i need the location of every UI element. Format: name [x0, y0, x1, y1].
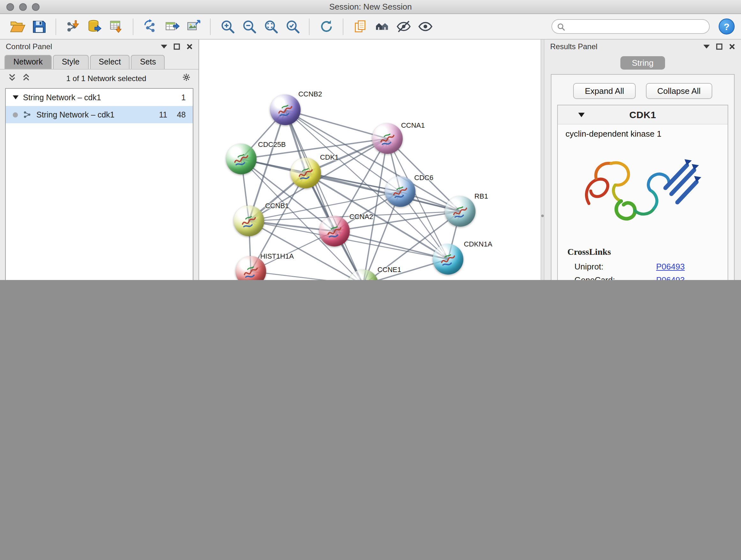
network-node-cdc25b[interactable]	[226, 144, 257, 174]
network-node-label: CDKN1A	[464, 240, 492, 248]
network-node-ccna1[interactable]	[372, 123, 403, 154]
float-panel-button[interactable]	[703, 43, 710, 50]
export-image-button[interactable]	[183, 16, 204, 37]
string-home-button[interactable]	[371, 16, 393, 37]
network-node-ccnb1[interactable]	[233, 206, 264, 236]
hide-glass-effect-button[interactable]	[393, 16, 414, 37]
refresh-icon	[318, 18, 334, 35]
float-panel-button[interactable]	[160, 43, 167, 50]
refresh-view-button[interactable]	[315, 16, 337, 37]
protein-structure-thumbnail	[352, 274, 374, 280]
zoom-selected-icon	[284, 18, 300, 35]
crosslinks-title: CrossLinks	[558, 241, 728, 260]
zoom-selected-button[interactable]	[281, 16, 303, 37]
network-node-cdkn1a[interactable]	[433, 244, 463, 274]
zoom-in-icon	[219, 18, 235, 35]
gear-icon	[182, 72, 191, 81]
clone-network-button[interactable]	[349, 16, 371, 37]
network-row[interactable]: String Network – cdk1 11 48	[6, 106, 193, 123]
export-network-icon	[142, 18, 158, 35]
network-edge[interactable]	[285, 110, 363, 280]
maximize-window-button[interactable]	[32, 3, 40, 10]
expand-all-tree-button[interactable]	[22, 72, 30, 84]
network-options-button[interactable]	[182, 72, 191, 84]
collapse-all-button[interactable]: Collapse All	[646, 83, 712, 99]
import-network-from-file-button[interactable]	[62, 16, 84, 37]
crosslink-link[interactable]: P06493	[656, 275, 685, 280]
network-node-ccnb2[interactable]	[270, 95, 300, 125]
close-window-button[interactable]	[6, 3, 14, 10]
chevron-down-icon	[703, 44, 710, 50]
help-button[interactable]: ?	[719, 18, 735, 35]
export-image-icon	[185, 18, 201, 35]
close-icon	[186, 44, 192, 50]
protein-structure-thumbnail	[230, 148, 252, 170]
tab-string[interactable]: String	[620, 56, 665, 70]
import-table-from-file-button[interactable]	[105, 16, 127, 37]
network-node-label: HIST1H1A	[260, 252, 293, 260]
vertical-splitter[interactable]	[541, 40, 544, 280]
maximize-panel-button[interactable]	[173, 43, 180, 50]
open-session-button[interactable]	[6, 16, 28, 37]
export-table-button[interactable]	[161, 16, 183, 37]
main-toolbar: ?	[0, 14, 741, 40]
toolbar-separator	[133, 18, 133, 35]
network-node-cdk1[interactable]	[290, 158, 321, 188]
maximize-panel-button[interactable]	[716, 43, 723, 50]
network-node-rb1[interactable]	[445, 196, 475, 227]
protein-structure-thumbnail	[274, 99, 296, 121]
export-table-icon	[164, 18, 180, 35]
tab-network[interactable]: Network	[4, 55, 52, 69]
zoom-out-button[interactable]	[238, 16, 260, 37]
search-input[interactable]	[568, 22, 704, 31]
import-network-icon	[65, 18, 81, 35]
current-network-indicator	[13, 112, 18, 117]
protein-structure-image	[558, 138, 728, 241]
protein-structure-thumbnail	[389, 181, 411, 202]
toolbar-separator	[343, 18, 343, 35]
network-node-label: CDK1	[320, 153, 339, 161]
save-floppy-icon	[31, 18, 47, 35]
collapse-triangle-icon[interactable]	[13, 95, 18, 100]
houses-icon	[374, 18, 390, 35]
network-collection-row[interactable]: String Network – cdk1 1	[6, 89, 193, 106]
import-table-icon	[108, 18, 124, 35]
results-panel-tabs: String	[544, 54, 741, 74]
window-title: Session: New Session	[0, 2, 741, 11]
minimize-window-button[interactable]	[19, 3, 27, 10]
window-controls	[6, 3, 40, 10]
zoom-in-button[interactable]	[216, 16, 238, 37]
tab-select[interactable]: Select	[90, 55, 130, 69]
crosslink-link[interactable]: P06493	[656, 262, 685, 271]
network-icon	[22, 110, 32, 119]
protein-structure-thumbnail	[377, 128, 398, 149]
expand-all-button[interactable]: Expand All	[574, 83, 636, 99]
gene-section-header[interactable]: CDK1	[558, 105, 728, 125]
toolbar-separator	[56, 18, 56, 35]
tab-style[interactable]: Style	[53, 55, 89, 69]
close-icon	[729, 44, 735, 50]
network-node-cdc6[interactable]	[385, 176, 415, 207]
network-view: CCNB2CCNA1CDC25BCDK1CDC6RB1CCNB1CCNA2CDK…	[199, 40, 541, 280]
zoom-fit-icon	[263, 18, 279, 35]
collapse-triangle-icon[interactable]	[578, 112, 585, 118]
export-network-button[interactable]	[139, 16, 161, 37]
network-node-label: CCNA2	[349, 212, 374, 220]
import-database-icon	[86, 18, 103, 35]
tab-sets[interactable]: Sets	[131, 55, 165, 69]
network-edge-count: 48	[177, 110, 186, 119]
network-canvas[interactable]: CCNB2CCNA1CDC25BCDK1CDC6RB1CCNB1CCNA2CDK…	[199, 40, 541, 280]
zoom-fit-button[interactable]	[260, 16, 281, 37]
crosslinks-list: Uniprot:P06493GeneCard:P06493Compartment…	[558, 260, 728, 280]
show-glass-effect-button[interactable]	[414, 16, 436, 37]
title-bar: Session: New Session	[0, 0, 741, 14]
collapse-all-tree-button[interactable]	[8, 72, 17, 84]
save-session-button[interactable]	[28, 16, 50, 37]
import-network-from-database-button[interactable]	[84, 16, 105, 37]
protein-structure-thumbnail	[437, 248, 459, 270]
double-chevron-up-icon	[22, 72, 30, 81]
close-panel-button[interactable]	[728, 43, 735, 50]
protein-structure-thumbnail	[449, 200, 471, 222]
network-node-ccna2[interactable]	[319, 216, 350, 246]
close-panel-button[interactable]	[186, 43, 193, 50]
